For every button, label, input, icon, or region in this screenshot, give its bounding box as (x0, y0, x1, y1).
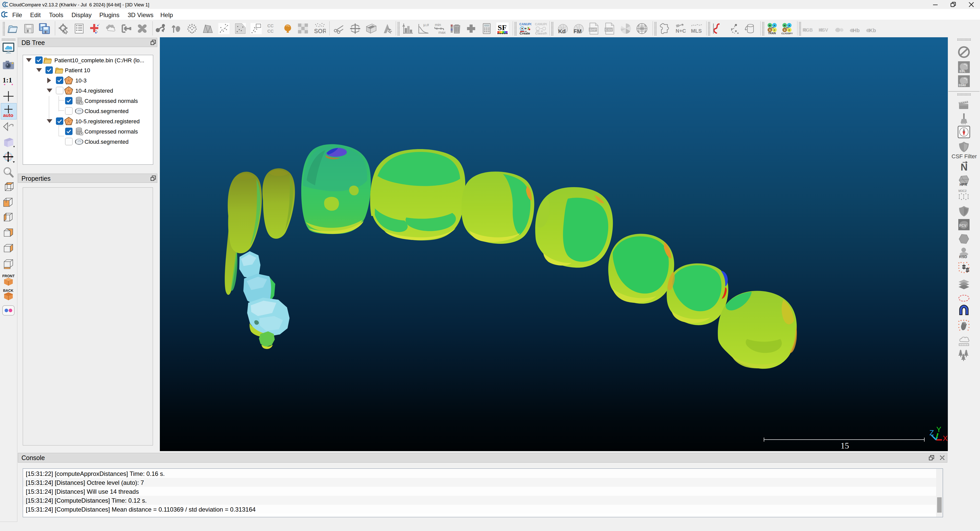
svg-text:min: min (435, 22, 441, 27)
svg-text:BACK: BACK (3, 288, 13, 293)
svg-text:HPR: HPR (959, 183, 967, 187)
svg-text:Kd: Kd (558, 28, 566, 35)
svg-text:CSV: CSV (605, 28, 612, 32)
svg-text:max: max (438, 30, 445, 35)
svg-text:SOR: SOR (314, 28, 326, 35)
svg-text:Kb: Kb (869, 27, 876, 33)
svg-text:CC: CC (267, 24, 274, 28)
svg-text:1:1: 1:1 (3, 76, 12, 84)
svg-text:μ,σ: μ,σ (423, 22, 429, 27)
svg-text:FRONT: FRONT (2, 274, 15, 278)
svg-text:SSAO: SSAO (959, 84, 966, 87)
svg-text:C: C (789, 29, 790, 32)
svg-text:CC: CC (267, 29, 274, 34)
svg-text:S: S (784, 29, 786, 32)
svg-text:A: A (789, 24, 790, 27)
svg-text:Create: Create (520, 32, 530, 35)
svg-text:HSV: HSV (819, 27, 828, 33)
svg-text:M3C2: M3C2 (958, 189, 966, 193)
svg-text:Z: Z (929, 429, 934, 437)
svg-text:FM: FM (573, 28, 582, 35)
svg-text:RSD: RSD (959, 254, 967, 259)
svg-text:EDL: EDL (959, 70, 966, 73)
svg-text:N+C: N+C (676, 28, 686, 34)
svg-text:TRAIN: TRAIN (768, 32, 776, 35)
svg-text:MLS: MLS (691, 28, 702, 34)
svg-text:M: M (784, 24, 786, 27)
svg-text:Classify: Classify (535, 32, 547, 35)
svg-text:SF: SF (498, 23, 507, 32)
svg-text:Y: Y (936, 425, 941, 434)
svg-text:S: S (769, 29, 771, 32)
svg-text:C: C (774, 29, 775, 32)
svg-text:CLASSIFY: CLASSIFY (781, 32, 793, 35)
svg-text:auto: auto (3, 113, 13, 118)
svg-text:Hb: Hb (853, 27, 860, 33)
svg-text:PCV: PCV (959, 224, 966, 228)
svg-text:A: A (774, 24, 775, 27)
svg-text:3D: 3D (786, 27, 789, 29)
svg-text:SHP: SHP (590, 28, 597, 32)
svg-text:RGB: RGB (803, 27, 813, 33)
svg-text:N: N (961, 162, 967, 173)
svg-text:CANUPO: CANUPO (519, 22, 531, 26)
svg-text:15: 15 (841, 441, 849, 450)
svg-text:M: M (769, 24, 771, 27)
svg-text:3D: 3D (771, 27, 774, 29)
svg-text:CANUPO: CANUPO (535, 22, 547, 26)
svg-text:X: X (943, 434, 948, 442)
